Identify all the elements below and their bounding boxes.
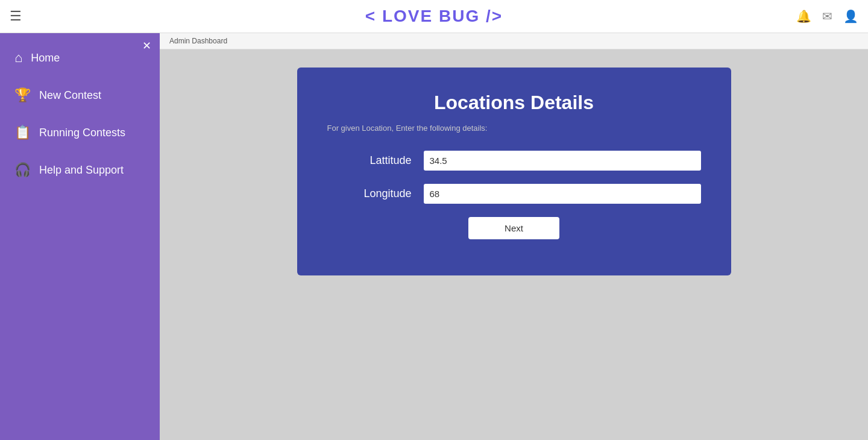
longitude-label: Longitude [327, 187, 424, 200]
headset-icon: 🎧 [14, 162, 31, 178]
sidebar-item-help-support-label: Help and Support [39, 164, 124, 177]
latitude-input[interactable] [424, 151, 701, 171]
home-icon: ⌂ [14, 50, 22, 66]
next-button[interactable]: Next [468, 217, 559, 239]
longitude-input[interactable] [424, 184, 701, 204]
trophy-icon: 🏆 [14, 87, 31, 103]
sidebar-item-new-contest[interactable]: 🏆 New Contest [0, 77, 160, 114]
body-area: ✕ ⌂ Home 🏆 New Contest 📋 Running Contest… [0, 33, 868, 440]
sidebar-item-home-label: Home [31, 52, 60, 64]
latitude-label: Lattitude [327, 154, 424, 167]
sidebar-item-new-contest-label: New Contest [39, 89, 101, 102]
sidebar-item-running-contests-label: Running Contests [39, 127, 125, 139]
notification-icon[interactable]: 🔔 [796, 9, 811, 24]
breadcrumb-text: Admin Dashboard [169, 37, 227, 45]
mail-icon[interactable]: ✉ [822, 9, 832, 24]
main-inner: Locations Details For given Location, En… [160, 49, 868, 440]
sidebar: ✕ ⌂ Home 🏆 New Contest 📋 Running Contest… [0, 33, 160, 440]
latitude-row: Lattitude [327, 151, 701, 171]
clipboard-icon: 📋 [14, 125, 31, 140]
user-icon[interactable]: 👤 [843, 9, 858, 24]
locations-form-card: Locations Details For given Location, En… [297, 68, 731, 275]
longitude-row: Longitude [327, 184, 701, 204]
header: ☰ < LOVE BUG /> 🔔 ✉ 👤 [0, 0, 868, 33]
header-right: 🔔 ✉ 👤 [796, 9, 858, 24]
form-subtitle: For given Location, Enter the following … [327, 124, 701, 133]
app-logo: < LOVE BUG /> [365, 7, 503, 26]
sidebar-item-home[interactable]: ⌂ Home [0, 39, 160, 77]
sidebar-item-help-support[interactable]: 🎧 Help and Support [0, 151, 160, 189]
button-row: Next [327, 217, 701, 239]
breadcrumb: Admin Dashboard [160, 33, 868, 49]
header-left: ☰ [10, 8, 22, 24]
main-content: Locations Details For given Location, En… [160, 49, 868, 440]
sidebar-item-running-contests[interactable]: 📋 Running Contests [0, 114, 160, 151]
sidebar-close-icon[interactable]: ✕ [142, 39, 151, 52]
hamburger-icon[interactable]: ☰ [10, 8, 22, 24]
form-title: Locations Details [327, 92, 701, 114]
